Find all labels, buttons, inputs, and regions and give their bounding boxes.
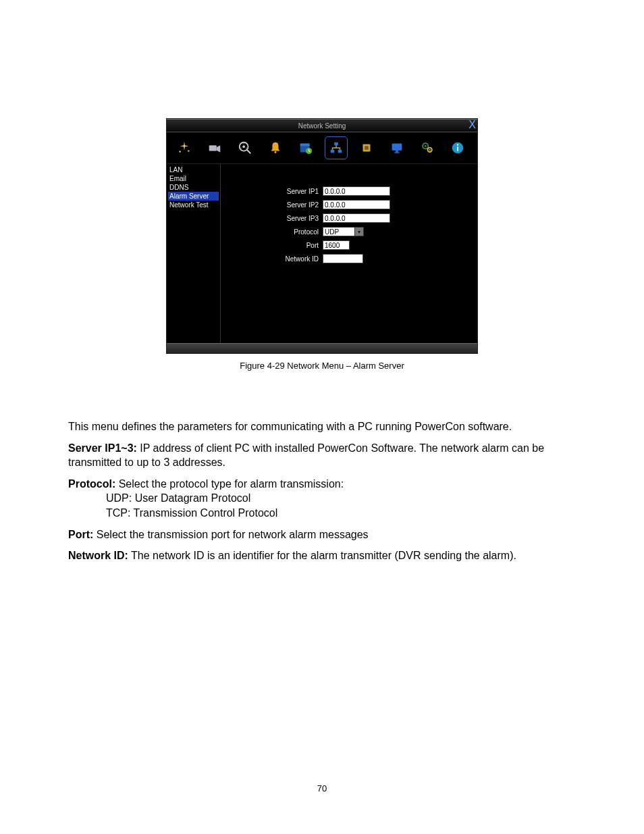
schedule-icon[interactable] xyxy=(296,138,315,157)
sidebar-item-ddns[interactable]: DDNS xyxy=(168,183,219,192)
network-id-doc-text: The network ID is an identifier for the … xyxy=(128,550,516,561)
server-ip2-label: Server IP2 xyxy=(221,201,323,209)
server-ip-paragraph: Server IP1~3: IP address of client PC wi… xyxy=(68,441,576,470)
port-doc-label: Port: xyxy=(68,529,93,540)
svg-point-11 xyxy=(275,151,277,153)
svg-rect-21 xyxy=(396,151,398,153)
svg-marker-0 xyxy=(180,142,189,151)
info-icon[interactable] xyxy=(448,138,467,157)
sidebar-item-alarm-server[interactable]: Alarm Server xyxy=(168,192,219,201)
network-id-label: Network ID xyxy=(221,255,323,263)
network-id-doc-label: Network ID: xyxy=(68,550,128,561)
gears-icon[interactable] xyxy=(418,138,437,157)
network-id-input[interactable] xyxy=(323,254,363,263)
svg-point-9 xyxy=(240,147,242,149)
svg-rect-20 xyxy=(392,144,402,151)
network-setting-dialog: Network Setting X xyxy=(166,118,478,354)
server-ip2-input[interactable] xyxy=(323,200,390,209)
sidebar-item-lan[interactable]: LAN xyxy=(168,165,219,174)
svg-point-6 xyxy=(242,145,245,148)
close-icon[interactable]: X xyxy=(468,119,476,131)
svg-line-10 xyxy=(247,150,251,154)
svg-point-7 xyxy=(243,142,244,144)
network-id-paragraph: Network ID: The network ID is an identif… xyxy=(68,548,576,563)
sidebar-item-network-test[interactable]: Network Test xyxy=(168,201,219,209)
svg-rect-22 xyxy=(394,152,399,153)
protocol-doc-text: Select the protocol type for alarm trans… xyxy=(115,478,344,490)
statusbar xyxy=(167,343,477,353)
server-ip-text: IP address of client PC with installed P… xyxy=(68,442,544,469)
svg-rect-19 xyxy=(365,146,369,150)
protocol-udp-line: UDP: User Datagram Protocol xyxy=(106,491,576,506)
camera-icon[interactable] xyxy=(205,138,224,157)
dialog-title: Network Setting xyxy=(298,122,346,130)
reel-search-icon[interactable] xyxy=(236,138,254,157)
server-ip3-label: Server IP3 xyxy=(221,215,323,222)
network-icon[interactable] xyxy=(327,138,346,157)
server-ip1-input[interactable] xyxy=(323,186,390,196)
protocol-paragraph: Protocol: Select the protocol type for a… xyxy=(68,477,576,492)
svg-point-24 xyxy=(425,145,427,147)
svg-rect-28 xyxy=(457,147,458,151)
svg-point-1 xyxy=(179,151,180,152)
chip-icon[interactable] xyxy=(357,138,376,157)
svg-rect-3 xyxy=(209,145,217,151)
monitor-icon[interactable] xyxy=(387,138,406,157)
figure-caption: Figure 4-29 Network Menu – Alarm Server xyxy=(0,361,644,371)
svg-rect-15 xyxy=(334,142,338,146)
svg-point-29 xyxy=(457,144,458,145)
svg-rect-16 xyxy=(331,150,335,153)
server-ip3-input[interactable] xyxy=(323,213,390,223)
dialog-body: LAN Email DDNS Alarm Server Network Test… xyxy=(167,164,477,343)
sidebar: LAN Email DDNS Alarm Server Network Test xyxy=(167,164,221,343)
svg-rect-17 xyxy=(338,150,342,153)
svg-point-8 xyxy=(246,147,247,149)
chevron-down-icon[interactable]: ▾ xyxy=(354,227,364,236)
port-input[interactable] xyxy=(323,240,350,250)
sparkle-icon[interactable] xyxy=(175,138,194,157)
svg-rect-13 xyxy=(300,144,310,147)
protocol-select[interactable] xyxy=(323,227,355,236)
titlebar: Network Setting X xyxy=(167,119,477,132)
server-ip1-label: Server IP1 xyxy=(221,188,323,195)
protocol-tcp-line: TCP: Transmission Control Protocol xyxy=(106,506,576,521)
document-body: This menu defines the parameters for com… xyxy=(68,419,576,563)
form-area: Server IP1 Server IP2 Server IP3 Protoco… xyxy=(221,164,477,343)
sidebar-item-email[interactable]: Email xyxy=(168,174,219,183)
page-number: 70 xyxy=(0,783,644,793)
bell-icon[interactable] xyxy=(266,138,285,157)
svg-point-2 xyxy=(188,150,189,151)
server-ip-label: Server IP1~3: xyxy=(68,442,137,454)
svg-point-26 xyxy=(429,149,431,151)
port-paragraph: Port: Select the transmission port for n… xyxy=(68,527,576,542)
toolbar xyxy=(167,132,477,164)
protocol-label: Protocol xyxy=(221,228,323,236)
protocol-doc-label: Protocol: xyxy=(68,478,115,490)
port-label: Port xyxy=(221,242,323,249)
svg-marker-4 xyxy=(217,145,221,152)
port-doc-text: Select the transmission port for network… xyxy=(93,529,368,540)
intro-text: This menu defines the parameters for com… xyxy=(68,419,576,434)
